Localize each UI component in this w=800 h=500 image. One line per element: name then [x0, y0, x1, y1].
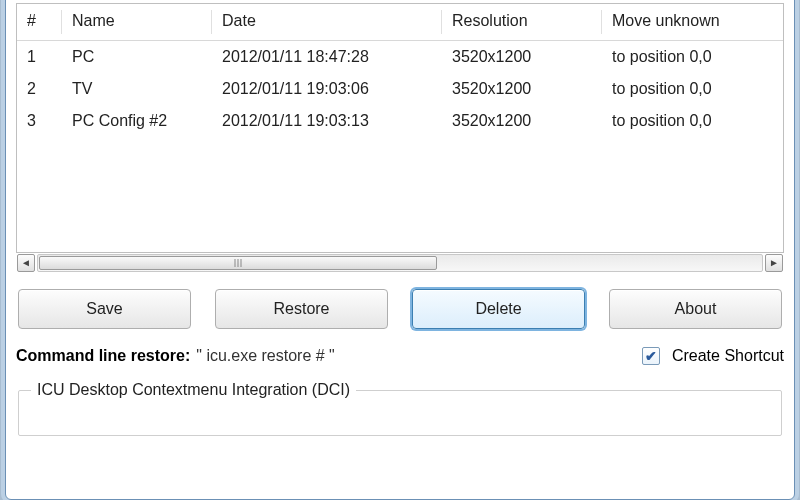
- cell-move: to position 0,0: [602, 105, 783, 137]
- desktop-background: Ready # Name Date Resolution Move unknow…: [0, 0, 800, 500]
- cell-num: 2: [17, 73, 62, 105]
- cell-name: PC Config #2: [62, 105, 212, 137]
- check-icon: ✔: [645, 348, 657, 364]
- horizontal-scrollbar[interactable]: ◄ ►: [17, 253, 783, 273]
- scroll-track[interactable]: [37, 254, 763, 272]
- save-button[interactable]: Save: [18, 289, 191, 329]
- cell-res: 3520x1200: [442, 105, 602, 137]
- cell-name: PC: [62, 41, 212, 74]
- delete-button[interactable]: Delete: [412, 289, 585, 329]
- config-table: # Name Date Resolution Move unknown 1 PC…: [16, 3, 784, 253]
- app-window: Ready # Name Date Resolution Move unknow…: [5, 0, 795, 500]
- restore-button[interactable]: Restore: [215, 289, 388, 329]
- cell-date: 2012/01/11 19:03:13: [212, 105, 442, 137]
- command-line-label: Command line restore:: [16, 347, 190, 365]
- table-row[interactable]: 1 PC 2012/01/11 18:47:28 3520x1200 to po…: [17, 41, 783, 74]
- cell-date: 2012/01/11 18:47:28: [212, 41, 442, 74]
- cell-num: 3: [17, 105, 62, 137]
- create-shortcut-checkbox[interactable]: ✔: [642, 347, 660, 365]
- command-line-value: " icu.exe restore # ": [196, 347, 335, 365]
- command-line-row: Command line restore: " icu.exe restore …: [16, 347, 784, 365]
- table-row[interactable]: 3 PC Config #2 2012/01/11 19:03:13 3520x…: [17, 105, 783, 137]
- scroll-left-button[interactable]: ◄: [17, 254, 35, 272]
- cell-move: to position 0,0: [602, 41, 783, 74]
- cell-move: to position 0,0: [602, 73, 783, 105]
- col-header-date[interactable]: Date: [212, 4, 442, 41]
- dci-groupbox: ICU Desktop Contextmenu Integration (DCI…: [18, 381, 782, 436]
- col-header-move[interactable]: Move unknown: [602, 4, 783, 41]
- col-header-name[interactable]: Name: [62, 4, 212, 41]
- table-row[interactable]: 2 TV 2012/01/11 19:03:06 3520x1200 to po…: [17, 73, 783, 105]
- create-shortcut-label: Create Shortcut: [672, 347, 784, 365]
- cell-res: 3520x1200: [442, 73, 602, 105]
- about-button[interactable]: About: [609, 289, 782, 329]
- scroll-right-button[interactable]: ►: [765, 254, 783, 272]
- button-row: Save Restore Delete About: [16, 289, 784, 329]
- col-header-number[interactable]: #: [17, 4, 62, 41]
- cell-date: 2012/01/11 19:03:06: [212, 73, 442, 105]
- cell-name: TV: [62, 73, 212, 105]
- col-header-resolution[interactable]: Resolution: [442, 4, 602, 41]
- cell-num: 1: [17, 41, 62, 74]
- dci-legend: ICU Desktop Contextmenu Integration (DCI…: [31, 381, 356, 399]
- cell-res: 3520x1200: [442, 41, 602, 74]
- scroll-thumb[interactable]: [39, 256, 437, 270]
- scroll-grip-icon: [235, 259, 242, 267]
